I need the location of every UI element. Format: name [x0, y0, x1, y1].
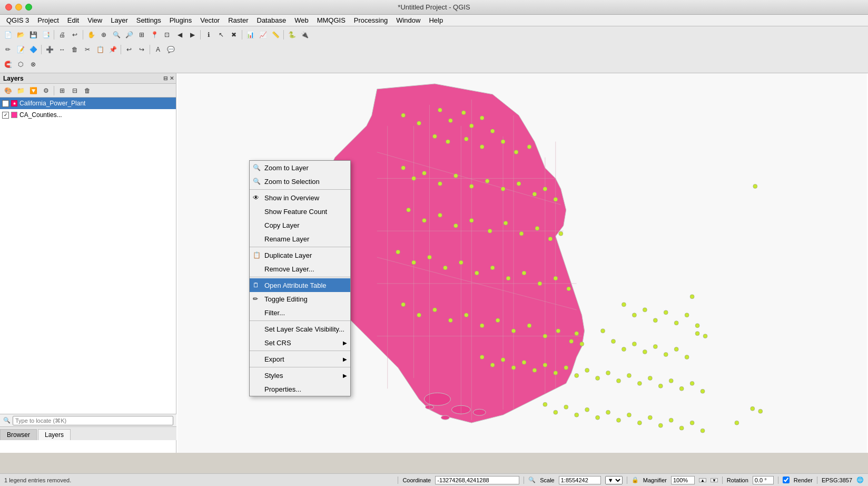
menu-layer[interactable]: Layer	[106, 16, 132, 25]
coordinate-input[interactable]	[435, 476, 519, 484]
close-button[interactable]	[5, 4, 12, 11]
ctx-styles[interactable]: Styles ▶	[250, 368, 350, 382]
menu-raster[interactable]: Raster	[224, 16, 252, 25]
annotation-btn[interactable]: 💬	[165, 44, 176, 55]
new-project-btn[interactable]: 📄	[2, 29, 14, 41]
expand-all-btn[interactable]: ⊞	[56, 85, 68, 96]
zoom-layer-btn[interactable]: 📍	[149, 29, 160, 41]
locate-input[interactable]	[13, 416, 173, 425]
scale-select[interactable]: ▼	[605, 476, 623, 484]
python-btn[interactable]: 🐍	[286, 29, 298, 41]
menu-edit[interactable]: Edit	[63, 16, 83, 25]
ctx-zoom-to-layer[interactable]: 🔍 Zoom to Layer	[250, 161, 350, 174]
menu-mmqgis[interactable]: MMQGIS	[313, 16, 350, 25]
ctx-show-feature-count[interactable]: Show Feature Count	[250, 205, 350, 218]
snap-btn[interactable]: 🧲	[2, 59, 14, 70]
edit-btn[interactable]: 📝	[15, 44, 26, 55]
identify-btn[interactable]: ℹ	[203, 29, 214, 41]
measure-btn[interactable]: 📏	[270, 29, 281, 41]
select-feature-btn[interactable]: ↖	[215, 29, 227, 41]
rotation-input[interactable]	[753, 476, 774, 484]
menu-settings[interactable]: Settings	[132, 16, 165, 25]
tab-browser[interactable]: Browser	[0, 429, 37, 440]
tab-layers[interactable]: Layers	[38, 429, 71, 440]
save-as-btn[interactable]: 📑	[40, 29, 52, 41]
ctx-properties[interactable]: Properties...	[250, 382, 350, 396]
layer-checkbox-counties[interactable]: ✓	[2, 112, 9, 119]
ctx-show-overview[interactable]: 👁 Show in Overview	[250, 191, 350, 205]
menu-vector[interactable]: Vector	[196, 16, 224, 25]
map-area[interactable]: 🔍 Zoom to Layer 🔍 Zoom to Selection 👁 Sh…	[176, 73, 868, 453]
menu-view[interactable]: View	[83, 16, 106, 25]
layer-checkbox-power-plant[interactable]: ✓	[2, 100, 9, 107]
zoom-in-btn[interactable]: 🔍	[111, 29, 122, 41]
plugins-btn[interactable]: 🔌	[299, 29, 310, 41]
zoom-selection-btn[interactable]: ⊡	[161, 29, 173, 41]
ctx-toggle-editing[interactable]: ✏ Toggle Editing	[250, 292, 350, 306]
open-layer-style-btn[interactable]: 🎨	[2, 85, 14, 96]
layer-item-counties[interactable]: ✓ CA_Counties...	[0, 109, 176, 121]
digitize-btn[interactable]: ✏	[2, 44, 14, 55]
layer-item-power-plant[interactable]: ✓ ★ California_Power_Plant	[0, 98, 176, 109]
intersect-btn[interactable]: ⊗	[27, 59, 39, 70]
filter-map-btn[interactable]: ⚙	[40, 85, 52, 96]
menu-processing[interactable]: Processing	[350, 16, 392, 25]
menu-plugins[interactable]: Plugins	[165, 16, 196, 25]
ctx-duplicate-layer[interactable]: 📋 Duplicate Layer	[250, 248, 350, 262]
paste-feature-btn[interactable]: 📌	[107, 44, 119, 55]
ctx-rename-layer[interactable]: Rename Layer	[250, 232, 350, 246]
print-btn[interactable]: 🖨	[56, 29, 68, 41]
node-btn[interactable]: 🔷	[27, 44, 39, 55]
panel-close-btn[interactable]: ✕	[170, 75, 174, 81]
menu-qgis[interactable]: QGIS 3	[2, 16, 33, 25]
deselect-btn[interactable]: ✖	[228, 29, 240, 41]
ctx-remove-layer[interactable]: Remove Layer...	[250, 262, 350, 276]
menu-web[interactable]: Web	[290, 16, 313, 25]
redo-edit-btn[interactable]: ↪	[136, 44, 147, 55]
ctx-copy-layer[interactable]: Copy Layer	[250, 218, 350, 232]
cut-feature-btn[interactable]: ✂	[82, 44, 93, 55]
remove-layer-btn[interactable]: 🗑	[82, 85, 93, 96]
menu-database[interactable]: Database	[253, 16, 291, 25]
ctx-set-layer-scale[interactable]: Set Layer Scale Visibility...	[250, 322, 350, 336]
add-group-btn[interactable]: 📁	[15, 85, 26, 96]
magnifier-down-btn[interactable]: ▼	[711, 478, 718, 482]
minimize-button[interactable]	[15, 4, 22, 11]
undo-edit-btn[interactable]: ↩	[123, 44, 135, 55]
zoom-prev-btn[interactable]: ◀	[174, 29, 185, 41]
topology-btn[interactable]: ⬡	[15, 59, 26, 70]
zoom-full-btn[interactable]: ⊞	[136, 29, 147, 41]
menu-help[interactable]: Help	[425, 16, 447, 25]
move-feature-btn[interactable]: ↔	[56, 44, 68, 55]
zoom-next-btn[interactable]: ▶	[186, 29, 198, 41]
pan-btn[interactable]: ✋	[85, 29, 97, 41]
render-checkbox[interactable]	[783, 477, 790, 483]
pan-map-btn[interactable]: ⊕	[98, 29, 110, 41]
magnifier-up-btn[interactable]: ▲	[699, 478, 706, 482]
copy-feature-btn[interactable]: 📋	[94, 44, 106, 55]
label-btn[interactable]: A	[152, 44, 164, 55]
ctx-open-attribute-table[interactable]: 🗒 Open Attribute Table	[250, 278, 350, 292]
panel-float-btn[interactable]: ⊟	[163, 75, 167, 81]
add-feature-btn[interactable]: ➕	[44, 44, 55, 55]
open-project-btn[interactable]: 📂	[15, 29, 26, 41]
scale-input[interactable]	[559, 476, 601, 484]
ctx-set-crs[interactable]: Set CRS ▶	[250, 336, 350, 349]
ctx-sep-2	[250, 247, 350, 247]
filter-layers-btn[interactable]: 🔽	[27, 85, 39, 96]
undo-btn[interactable]: ↩	[69, 29, 81, 41]
ctx-filter[interactable]: Filter...	[250, 306, 350, 319]
magnifier-input[interactable]	[671, 476, 695, 484]
collapse-all-btn[interactable]: ⊟	[69, 85, 81, 96]
ctx-zoom-to-selection[interactable]: 🔍 Zoom to Selection	[250, 174, 350, 188]
ctx-export[interactable]: Export ▶	[250, 352, 350, 366]
zoom-out-btn[interactable]: 🔎	[123, 29, 135, 41]
delete-feature-btn[interactable]: 🗑	[69, 44, 81, 55]
save-project-btn[interactable]: 💾	[27, 29, 39, 41]
menu-window[interactable]: Window	[392, 16, 425, 25]
maximize-button[interactable]	[25, 4, 32, 11]
open-table-btn[interactable]: 📊	[244, 29, 256, 41]
menu-project[interactable]: Project	[33, 16, 63, 25]
svg-point-116	[601, 329, 605, 333]
statistics-btn[interactable]: 📈	[257, 29, 269, 41]
